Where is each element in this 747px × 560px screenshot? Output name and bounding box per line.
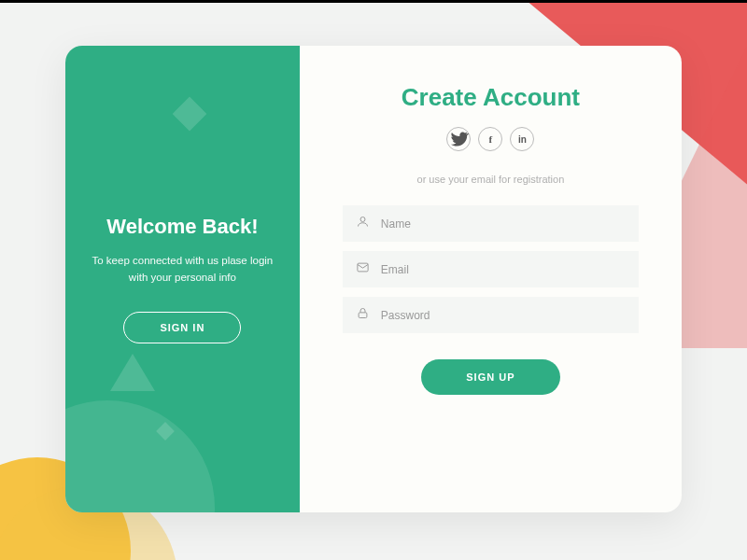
facebook-icon[interactable]: f [478, 127, 502, 151]
welcome-panel: Welcome Back! To keep connected with us … [65, 46, 300, 512]
sign-in-button[interactable]: SIGN IN [123, 312, 241, 343]
signup-title: Create Account [402, 83, 580, 112]
sign-up-button[interactable]: SIGN UP [421, 359, 559, 395]
name-field-wrap [343, 205, 639, 242]
signup-panel: Create Account f in or use your email fo… [300, 46, 682, 512]
mail-icon [356, 260, 370, 278]
email-field-wrap [343, 251, 639, 287]
twitter-icon[interactable] [446, 127, 471, 151]
svg-point-0 [360, 217, 365, 222]
welcome-subtitle: To keep connected with us plase login wi… [88, 252, 277, 287]
svg-rect-2 [359, 313, 367, 318]
welcome-title: Welcome Back! [106, 215, 258, 239]
password-field-wrap [343, 297, 639, 333]
decor-diamond [173, 97, 207, 132]
email-input[interactable] [381, 263, 626, 276]
linkedin-icon[interactable]: in [510, 127, 534, 151]
user-icon [356, 215, 370, 232]
signup-hint: or use your email for registration [417, 174, 565, 185]
lock-icon [356, 306, 370, 324]
auth-card: Welcome Back! To keep connected with us … [65, 46, 682, 512]
svg-rect-1 [358, 263, 368, 272]
name-input[interactable] [381, 217, 626, 231]
decor-triangle [110, 354, 155, 391]
social-row: f in [446, 127, 534, 151]
decor-circle [65, 400, 215, 512]
password-input[interactable] [381, 309, 626, 322]
